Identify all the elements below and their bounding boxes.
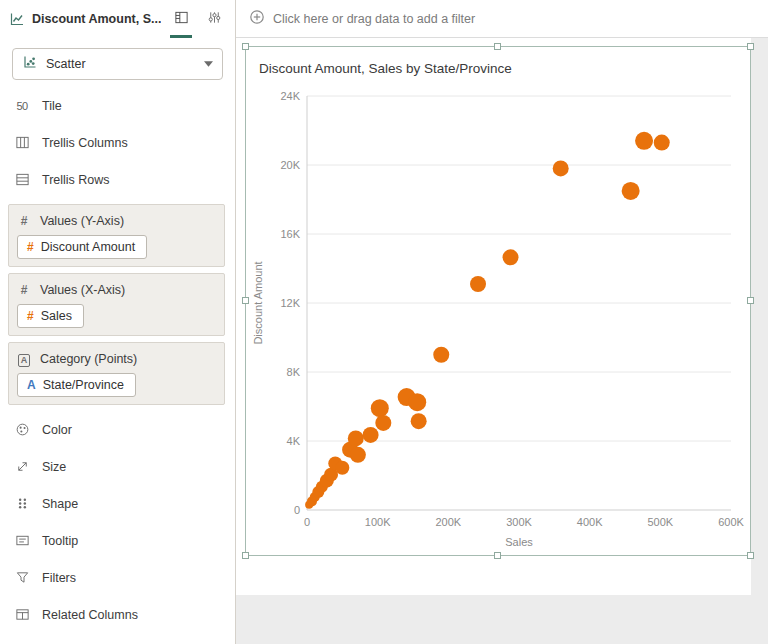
filter-bar-label: Click here or drag data to add a filter <box>273 12 475 26</box>
selection-handle-nw[interactable] <box>242 43 249 50</box>
selection-handle-n[interactable] <box>494 43 501 50</box>
scatter-plot: 04K8K12K16K20K24K0100K200K300K400K500K60… <box>246 89 750 549</box>
y-tick-label: 12K <box>280 297 300 309</box>
settings-sliders-icon <box>207 10 222 29</box>
canvas-gutter-bottom <box>236 595 768 644</box>
selection-handle-s[interactable] <box>494 552 501 559</box>
chart-type-icon <box>9 11 25 27</box>
sidebar-item-label: Size <box>42 460 66 474</box>
trellis-rows-icon <box>13 172 31 187</box>
y-tick-label: 20K <box>280 159 300 171</box>
sidebar-item-trellis-rows[interactable]: Trellis Rows <box>0 161 235 198</box>
drop-target-values-y-axis[interactable]: # Values (Y-Axis) # Discount Amount <box>8 204 225 267</box>
color-palette-icon <box>13 422 31 437</box>
scatter-point[interactable] <box>363 427 379 443</box>
y-tick-label: 16K <box>280 228 300 240</box>
sidebar-item-label: Shape <box>42 497 78 511</box>
sidebar-item-filters[interactable]: Filters <box>0 559 235 596</box>
filter-bar[interactable]: Click here or drag data to add a filter <box>236 0 768 38</box>
scatter-point[interactable] <box>371 399 389 417</box>
attribute-icon: A <box>17 352 31 367</box>
scatter-point[interactable] <box>553 160 569 176</box>
scatter-point[interactable] <box>350 447 366 463</box>
measure-icon: # <box>27 309 34 323</box>
pill-state-province[interactable]: A State/Province <box>17 373 136 397</box>
group-label: Values (Y-Axis) <box>40 214 124 228</box>
sidebar-item-tooltip[interactable]: Tooltip <box>0 522 235 559</box>
tab-grammar[interactable] <box>168 0 194 38</box>
sidebar-item-size[interactable]: Size <box>0 448 235 485</box>
selection-handle-se[interactable] <box>747 552 754 559</box>
sidebar-item-tile[interactable]: 50Tile <box>0 87 235 124</box>
y-tick-label: 4K <box>287 435 301 447</box>
y-tick-label: 0 <box>294 504 300 516</box>
chevron-down-icon <box>204 61 213 67</box>
x-axis-title: Sales <box>505 536 533 548</box>
filter-funnel-icon <box>13 570 31 585</box>
grammar-rows-top: 50TileTrellis ColumnsTrellis Rows <box>0 87 235 198</box>
y-axis-title: Discount Amount <box>252 261 264 344</box>
attribute-icon: A <box>27 378 36 392</box>
scatter-point[interactable] <box>408 393 426 411</box>
number-icon: # <box>17 283 31 297</box>
canvas-content: Discount Amount, Sales by State/Province… <box>236 38 768 644</box>
sidebar-item-related-columns[interactable]: Related Columns <box>0 596 235 633</box>
canvas-area: Click here or drag data to add a filter … <box>236 0 768 644</box>
measure-icon: # <box>27 240 34 254</box>
sidebar-item-label: Color <box>42 423 72 437</box>
scatter-point[interactable] <box>503 249 519 265</box>
grammar-rows-bottom: ColorSizeShapeTooltipFiltersRelated Colu… <box>0 411 235 633</box>
x-tick-label: 500K <box>647 516 673 528</box>
sidebar-item-shape[interactable]: Shape <box>0 485 235 522</box>
scatter-point[interactable] <box>654 135 670 151</box>
drop-target-category-points[interactable]: A Category (Points) A State/Province <box>8 342 225 405</box>
scatter-point[interactable] <box>622 182 640 200</box>
sidebar-item-label: Trellis Columns <box>42 136 128 150</box>
scatter-point[interactable] <box>411 413 427 429</box>
tab-properties[interactable] <box>201 0 227 38</box>
sidebar-item-label: Tooltip <box>42 534 78 548</box>
selection-handle-w[interactable] <box>242 297 249 304</box>
viz-type-value: Scatter <box>46 57 196 71</box>
viz-type-select[interactable]: Scatter <box>12 48 223 80</box>
scatter-chart-icon <box>22 54 38 74</box>
x-tick-label: 200K <box>435 516 461 528</box>
shape-dots-icon <box>13 496 31 511</box>
sidebar-item-label: Trellis Rows <box>42 173 110 187</box>
tile-50-icon: 50 <box>13 100 31 112</box>
selection-handle-ne[interactable] <box>747 43 754 50</box>
sidebar-item-trellis-columns[interactable]: Trellis Columns <box>0 124 235 161</box>
scatter-point[interactable] <box>335 461 349 475</box>
app-window: Discount Amount, S... Scatter 50TileTrel… <box>0 0 768 644</box>
panel-header: Discount Amount, S... <box>0 0 235 38</box>
sidebar-item-label: Related Columns <box>42 608 138 622</box>
drop-target-values-x-axis[interactable]: # Values (X-Axis) # Sales <box>8 273 225 336</box>
sidebar-item-label: Filters <box>42 571 76 585</box>
selected-visualization[interactable]: Discount Amount, Sales by State/Province… <box>245 46 751 556</box>
pill-label: State/Province <box>43 378 124 392</box>
trellis-columns-icon <box>13 135 31 150</box>
group-label: Values (X-Axis) <box>40 283 125 297</box>
scatter-point[interactable] <box>635 132 653 150</box>
scatter-point[interactable] <box>470 276 486 292</box>
pill-label: Discount Amount <box>41 240 136 254</box>
x-tick-label: 0 <box>304 516 310 528</box>
grammar-panel-icon <box>174 10 189 29</box>
visualization-grammar-panel: Discount Amount, S... Scatter 50TileTrel… <box>0 0 236 644</box>
related-columns-icon <box>13 607 31 622</box>
sidebar-item-color[interactable]: Color <box>0 411 235 448</box>
pill-discount-amount[interactable]: # Discount Amount <box>17 235 147 259</box>
scatter-point[interactable] <box>433 347 449 363</box>
scatter-point[interactable] <box>348 430 364 446</box>
x-tick-label: 100K <box>365 516 391 528</box>
pill-sales[interactable]: # Sales <box>17 304 84 328</box>
number-icon: # <box>17 214 31 228</box>
selection-handle-e[interactable] <box>747 297 754 304</box>
group-header-category: A Category (Points) <box>17 348 216 370</box>
selection-handle-sw[interactable] <box>242 552 249 559</box>
scatter-point[interactable] <box>375 415 391 431</box>
add-filter-icon <box>249 9 265 28</box>
x-tick-label: 300K <box>506 516 532 528</box>
panel-title: Discount Amount, S... <box>32 12 161 26</box>
group-header-y-axis: # Values (Y-Axis) <box>17 210 216 232</box>
